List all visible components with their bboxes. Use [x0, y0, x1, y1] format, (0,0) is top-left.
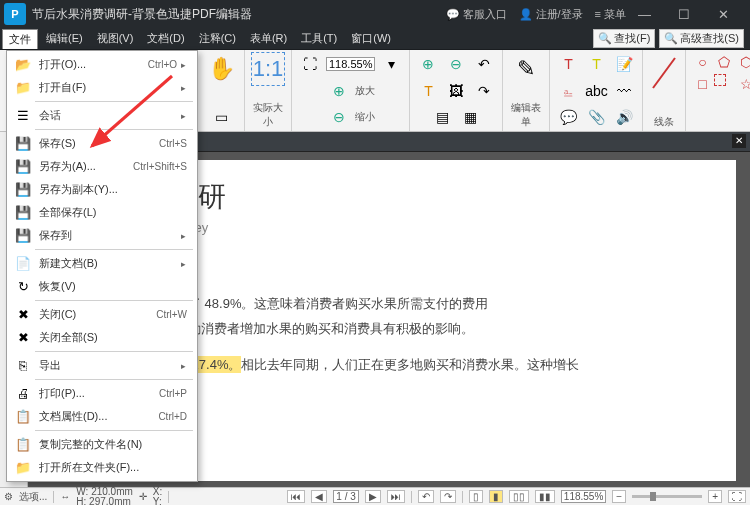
- highlight-icon[interactable]: T: [584, 52, 608, 76]
- zoom-slider[interactable]: [632, 495, 702, 498]
- minimize-button[interactable]: —: [638, 7, 666, 22]
- zoom-dropdown[interactable]: ▾: [379, 52, 403, 76]
- app-logo: P: [4, 3, 26, 25]
- menu-comment[interactable]: 注释(C): [193, 29, 242, 48]
- menu-recover[interactable]: ↻ 恢复(V): [7, 275, 197, 298]
- zoom-out-status[interactable]: −: [612, 490, 626, 503]
- folder-location-icon: 📁: [13, 459, 33, 477]
- select-tool[interactable]: ▭: [209, 105, 233, 129]
- support-link[interactable]: 💬 客服入口: [446, 7, 507, 22]
- fit-width-icon[interactable]: ⛶: [298, 52, 322, 76]
- menu-save-as[interactable]: 💾 另存为(A)... Ctrl+Shift+S: [7, 155, 197, 178]
- title-bar: P 节后水果消费调研-背景色迅捷PDF编辑器 💬 客服入口 👤 注册/登录 ≡ …: [0, 0, 750, 28]
- cursor-y: Y:: [153, 496, 162, 506]
- layout-book-icon[interactable]: ▮▮: [535, 490, 555, 503]
- menu-open[interactable]: 📂 打开(O)... Ctrl+O ▸: [7, 53, 197, 76]
- pentagon-icon[interactable]: ⬠: [714, 52, 734, 72]
- props-icon: 📋: [13, 408, 33, 426]
- page-icon[interactable]: ▤: [430, 105, 454, 129]
- zoom-value[interactable]: 118.55%: [326, 57, 375, 71]
- menu-document[interactable]: 文档(D): [141, 29, 190, 48]
- menu-copy-filename[interactable]: 📋 复制完整的文件名(N): [7, 433, 197, 456]
- square-icon[interactable]: □: [692, 74, 712, 94]
- close-all-icon: ✖: [13, 329, 33, 347]
- menu-export[interactable]: ⎘ 导出 ▸: [7, 354, 197, 377]
- rotate-left-icon[interactable]: ↶: [472, 52, 496, 76]
- menu-save-to[interactable]: 💾 保存到 ▸: [7, 224, 197, 247]
- menu-close-all[interactable]: ✖ 关闭全部(S): [7, 326, 197, 349]
- menu-save-copy[interactable]: 💾 另存为副本(Y)...: [7, 178, 197, 201]
- maximize-button[interactable]: ☐: [678, 7, 706, 22]
- menu-save-all[interactable]: 💾 全部保存(L): [7, 201, 197, 224]
- find-button[interactable]: 🔍查找(F): [593, 29, 655, 48]
- login-link[interactable]: 👤 注册/登录: [519, 7, 583, 22]
- edit-form-label: 编辑表单: [509, 101, 543, 129]
- next-page-button[interactable]: ▶: [365, 490, 381, 503]
- fit-icon[interactable]: ⛶: [728, 490, 746, 503]
- attach-icon[interactable]: 📎: [584, 105, 608, 129]
- status-bar: ⚙ 选项... ↔ W: 210.0mm H: 297.0mm ✛ X: Y: …: [0, 487, 750, 505]
- tab-close-icon[interactable]: ✕: [732, 134, 746, 148]
- rotate-right-icon[interactable]: ↷: [472, 79, 496, 103]
- prev-page-button[interactable]: ◀: [311, 490, 327, 503]
- dashed-square-icon[interactable]: [714, 74, 726, 86]
- layers-icon[interactable]: ▦: [458, 105, 482, 129]
- page-height: H: 297.0mm: [76, 496, 130, 506]
- nav-fwd-button[interactable]: ↷: [440, 490, 456, 503]
- last-page-button[interactable]: ⏭: [387, 490, 405, 503]
- zoom-out-button[interactable]: ⊖: [327, 105, 351, 129]
- note-icon[interactable]: 📝: [612, 52, 636, 76]
- first-page-button[interactable]: ⏮: [287, 490, 305, 503]
- zoom-in-button[interactable]: ⊕: [327, 79, 351, 103]
- menu-view[interactable]: 视图(V): [91, 29, 140, 48]
- callout-icon[interactable]: 💬: [556, 105, 580, 129]
- actual-size-label: 实际大小: [251, 101, 285, 129]
- menu-print[interactable]: 🖨 打印(P)... Ctrl+P: [7, 382, 197, 405]
- menu-link[interactable]: ≡ 菜单: [595, 7, 626, 22]
- layout-cont-icon[interactable]: ▮: [489, 490, 503, 503]
- edit-form-icon[interactable]: ✎: [509, 52, 543, 86]
- menu-save[interactable]: 💾 保存(S) Ctrl+S: [7, 132, 197, 155]
- layout-single-icon[interactable]: ▯: [469, 490, 483, 503]
- menu-file[interactable]: 文件: [2, 29, 38, 49]
- image-edit-icon[interactable]: 🖼: [444, 79, 468, 103]
- circle-icon[interactable]: ○: [692, 52, 712, 72]
- layout-facing-icon[interactable]: ▯▯: [509, 490, 529, 503]
- menu-close[interactable]: ✖ 关闭(C) Ctrl+W: [7, 303, 197, 326]
- text-edit-icon[interactable]: T: [416, 79, 440, 103]
- strike-icon[interactable]: abc: [584, 79, 608, 103]
- zoom-in-status[interactable]: +: [708, 490, 722, 503]
- fit-page-icon[interactable]: 1:1: [251, 52, 285, 86]
- menu-tools[interactable]: 工具(T): [295, 29, 343, 48]
- nav-back-button[interactable]: ↶: [418, 490, 434, 503]
- close-button[interactable]: ✕: [718, 7, 746, 22]
- plus-icon[interactable]: ⊕: [416, 52, 440, 76]
- page-size-icon: ↔: [60, 491, 70, 502]
- menu-session[interactable]: ☰ 会话 ▸: [7, 104, 197, 127]
- menu-new-doc[interactable]: 📄 新建文档(B) ▸: [7, 252, 197, 275]
- gear-icon[interactable]: ⚙: [4, 491, 13, 502]
- folder-icon: 📁: [13, 79, 33, 97]
- textbox-icon[interactable]: T: [556, 52, 580, 76]
- page-indicator[interactable]: 1 / 3: [333, 490, 358, 503]
- line-tool-icon[interactable]: [649, 52, 679, 92]
- session-icon: ☰: [13, 107, 33, 125]
- menu-doc-props[interactable]: 📋 文档属性(D)... Ctrl+D: [7, 405, 197, 428]
- hand-tool-icon[interactable]: ✋: [204, 52, 238, 86]
- squiggle-icon[interactable]: 〰: [612, 79, 636, 103]
- hexagon-icon[interactable]: ⬡: [736, 52, 750, 72]
- underline-icon[interactable]: ⎁: [556, 79, 580, 103]
- menu-window[interactable]: 窗口(W): [345, 29, 397, 48]
- menu-edit[interactable]: 编辑(E): [40, 29, 89, 48]
- sound-icon[interactable]: 🔊: [612, 105, 636, 129]
- shapes-grid: ○ ⬠ ⬡ □ ☆: [692, 52, 750, 116]
- minus-icon[interactable]: ⊖: [444, 52, 468, 76]
- menu-form[interactable]: 表单(R): [244, 29, 293, 48]
- menu-open-from[interactable]: 📁 打开自(F) ▸: [7, 76, 197, 99]
- svg-line-0: [653, 58, 675, 88]
- options-link[interactable]: 选项...: [19, 490, 47, 504]
- menu-open-folder[interactable]: 📁 打开所在文件夹(F)...: [7, 456, 197, 479]
- status-zoom[interactable]: 118.55%: [561, 490, 606, 503]
- advanced-find-button[interactable]: 🔍高级查找(S): [659, 29, 744, 48]
- star-icon[interactable]: ☆: [736, 74, 750, 94]
